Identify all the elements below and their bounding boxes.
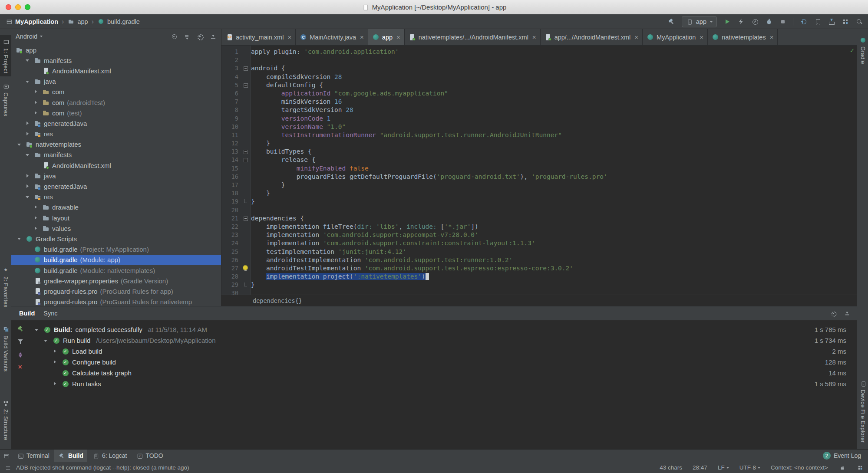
hide-icon[interactable] (209, 33, 217, 40)
chevron-down-icon[interactable] (33, 326, 40, 333)
tree-item[interactable]: manifests (11, 55, 221, 66)
code-line[interactable]: 3android { (221, 64, 857, 72)
chevron-down-icon[interactable] (24, 193, 31, 200)
stop-icon[interactable] (779, 18, 786, 25)
sync-project-icon[interactable] (800, 18, 807, 25)
tree-item[interactable]: app (11, 45, 221, 55)
chevron-right-icon[interactable] (51, 380, 59, 388)
code-line[interactable]: 16 proguardFiles getDefaultProguardFile(… (221, 173, 857, 181)
expand-collapse-icon[interactable] (17, 351, 24, 358)
run-icon[interactable] (723, 18, 731, 25)
close-icon[interactable]: × (360, 33, 364, 41)
chevron-right-icon[interactable] (24, 130, 31, 138)
lock-icon[interactable] (839, 464, 845, 470)
layout-inspector-icon[interactable] (842, 18, 849, 25)
code-line[interactable]: 15 minifyEnabled false (221, 164, 857, 173)
tab-sync[interactable]: Sync (39, 306, 62, 320)
build-tree-item[interactable]: ✓Run tasks1 s 589 ms (30, 378, 857, 389)
close-icon[interactable] (17, 364, 24, 371)
filter-icon[interactable] (17, 338, 24, 345)
code-line[interactable]: 24 implementation 'com.android.support.c… (221, 239, 857, 247)
chevron-right-icon[interactable] (51, 358, 59, 366)
tool-button-gradle[interactable]: Gradle (857, 33, 868, 67)
hide-panel-icon[interactable] (844, 310, 850, 316)
tree-item[interactable]: proguard-rules.pro(ProGuard Rules for ap… (11, 286, 221, 296)
fold-marker-icon[interactable] (241, 81, 251, 89)
chevron-down-icon[interactable] (16, 141, 23, 148)
editor-tab[interactable]: <>activity_main.xml× (222, 29, 296, 45)
breadcrumb-project[interactable]: MyApplication (5, 18, 58, 25)
close-window-button[interactable] (6, 4, 11, 10)
code-line[interactable]: 13 buildTypes { (221, 148, 857, 156)
tree-item[interactable]: build.gradle(Module: nativetemplates) (11, 265, 221, 276)
editor-tab[interactable]: app/.../AndroidManifest.xml× (541, 29, 643, 45)
code-line[interactable]: 20 (221, 206, 857, 214)
settings-icon[interactable] (196, 33, 204, 40)
code-line[interactable]: 19} (221, 197, 857, 206)
editor-pane[interactable]: 1apply plugin: 'com.android.application'… (221, 46, 857, 295)
tree-item[interactable]: generatedJava (11, 181, 221, 191)
code-line[interactable]: 29} (221, 281, 857, 289)
tree-item[interactable]: build.gradle(Project: MyApplication) (11, 244, 221, 255)
tool-button-build[interactable]: Build (54, 450, 87, 462)
code-line[interactable]: 8 targetSdkVersion 28 (221, 106, 857, 114)
close-icon[interactable]: × (396, 33, 400, 41)
tool-windows-icon[interactable] (3, 453, 9, 459)
code-line[interactable]: 26 androidTestImplementation 'com.androi… (221, 256, 857, 264)
tree-item[interactable]: values (11, 223, 221, 233)
tree-item[interactable]: com(androidTest) (11, 97, 221, 108)
chevron-right-icon[interactable] (32, 214, 40, 222)
fold-marker-icon[interactable] (241, 197, 251, 206)
code-line[interactable]: 7 minSdkVersion 16 (221, 98, 857, 106)
code-line[interactable]: 28 implementation project(':nativetempla… (221, 273, 857, 281)
code-line[interactable]: 25 testImplementation 'junit:junit:4.12' (221, 248, 857, 256)
tree-item[interactable]: java (11, 76, 221, 87)
tool-button-terminal[interactable]: Terminal (13, 450, 53, 462)
locate-icon[interactable] (170, 33, 178, 40)
grid-icon[interactable] (857, 464, 863, 470)
caret-position[interactable]: 28:47 (693, 464, 707, 471)
build-tree-item[interactable]: ✓Build:completed successfullyat 11/5/18,… (30, 324, 857, 335)
code-view[interactable]: 1apply plugin: 'com.android.application'… (221, 46, 857, 295)
chevron-right-icon[interactable] (24, 172, 31, 180)
zoom-window-button[interactable] (25, 4, 30, 10)
tree-item[interactable]: res (11, 129, 221, 139)
editor-tab[interactable]: CMainActivity.java× (296, 29, 368, 45)
run-configuration-select[interactable]: app (682, 16, 717, 27)
tree-item[interactable]: build.gradle(Module: app) (11, 255, 221, 265)
minimize-window-button[interactable] (15, 4, 21, 10)
code-line[interactable]: 9 versionCode 1 (221, 115, 857, 123)
rerun-build-icon[interactable] (17, 325, 24, 332)
code-line[interactable]: 1apply plugin: 'com.android.application' (221, 48, 857, 56)
chevron-right-icon[interactable] (32, 99, 40, 106)
code-line[interactable]: 23 implementation 'com.android.support:a… (221, 231, 857, 239)
code-line[interactable]: 5 defaultConfig { (221, 81, 857, 89)
code-line[interactable]: 2 (221, 56, 857, 64)
apply-changes-icon[interactable] (737, 18, 745, 25)
fold-marker-icon[interactable] (241, 214, 251, 223)
editor-tab[interactable]: app× (368, 29, 405, 45)
inspections-ok-icon[interactable]: ✓ (850, 47, 855, 54)
chevron-right-icon[interactable] (32, 204, 40, 211)
tool-button-logcat[interactable]: 6: Logcat (88, 450, 131, 462)
fold-marker-icon[interactable] (241, 156, 251, 164)
tool-button-2-favorites[interactable]: 2: Favorites (0, 263, 11, 311)
code-line[interactable]: 4 compileSdkVersion 28 (221, 73, 857, 81)
encoding-select[interactable]: UTF-8 (739, 464, 760, 471)
code-line[interactable]: 12 } (221, 139, 857, 148)
tree-item[interactable]: AndroidManifest.xml (11, 66, 221, 76)
code-line[interactable]: 10 versionName "1.0" (221, 123, 857, 131)
editor-breadcrumbs[interactable]: dependencies{} (221, 295, 857, 306)
close-icon[interactable]: × (634, 33, 638, 41)
chevron-right-icon[interactable] (32, 225, 40, 232)
chevron-right-icon[interactable] (32, 109, 40, 117)
build-tree-item[interactable]: ✓Calculate task graph14 ms (30, 368, 857, 378)
breadcrumb-file[interactable]: build.gradle (97, 18, 140, 25)
collapse-all-icon[interactable] (183, 33, 191, 40)
build-tree-item[interactable]: ✓Load build2 ms (30, 346, 857, 357)
chevron-down-icon[interactable] (16, 235, 23, 243)
tool-button-todo[interactable]: TODO (132, 450, 167, 462)
chevron-down-icon[interactable] (24, 151, 31, 158)
breadcrumb-module[interactable]: app (67, 18, 88, 25)
tool-button-1-project[interactable]: 1: Project (0, 35, 11, 76)
